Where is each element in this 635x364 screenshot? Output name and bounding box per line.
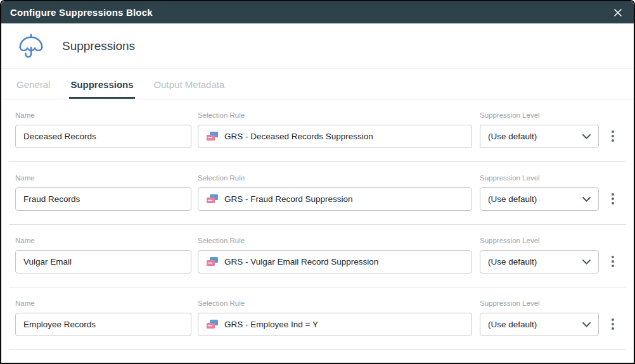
selection-rule-input[interactable]: GRS - Deceased Records Suppression (198, 125, 472, 148)
suppression-level-label: Suppression Level (480, 174, 599, 182)
name-value: Fraud Records (23, 194, 80, 204)
suppression-row: Name Vulgar Email Selection Rule GRS - V… (1, 225, 634, 287)
selection-rule-label: Selection Rule (198, 237, 472, 244)
chevron-down-icon (582, 134, 591, 139)
suppression-level-field-group: Suppression Level (Use default) (480, 174, 599, 211)
suppression-level-select[interactable]: (Use default) (480, 250, 599, 273)
row-menu-button[interactable] (606, 317, 619, 332)
modal-title: Configure Suppressions Block (10, 7, 153, 18)
suppression-level-select[interactable]: (Use default) (480, 187, 599, 211)
row-menu-button[interactable] (606, 191, 619, 206)
kebab-icon (612, 130, 614, 133)
name-label: Name (15, 237, 191, 244)
selection-rule-label: Selection Rule (198, 111, 472, 119)
suppression-level-value: (Use default) (488, 257, 537, 267)
kebab-icon (612, 318, 614, 321)
close-button[interactable] (611, 6, 625, 20)
page-title: Suppressions (62, 39, 135, 53)
selection-rule-field-group: Selection Rule GRS - Deceased Records Su… (198, 111, 472, 148)
selection-rule-value: GRS - Fraud Record Suppression (224, 194, 353, 204)
suppression-level-value: (Use default) (488, 194, 537, 204)
selection-rule-value: GRS - Deceased Records Suppression (224, 132, 373, 141)
name-field-group: Name Vulgar Email (15, 237, 191, 273)
suppression-row: Name Fraud Records Selection Rule GRS - … (1, 162, 634, 224)
selection-rule-value: GRS - Employee Ind = Y (224, 320, 318, 329)
selection-rule-input[interactable]: GRS - Employee Ind = Y (198, 313, 472, 336)
suppression-level-field-group: Suppression Level (Use default) (480, 299, 599, 336)
block-header: Suppressions (1, 23, 634, 69)
suppression-rows: Name Deceased Records Selection Rule GRS… (1, 99, 634, 363)
name-field-group: Name Employee Records (15, 299, 191, 336)
close-icon (613, 8, 622, 17)
name-input[interactable]: Deceased Records (15, 125, 191, 148)
selection-rule-value: GRS - Vulgar Email Record Suppression (224, 257, 378, 267)
suppression-level-value: (Use default) (488, 320, 537, 329)
row-menu-button[interactable] (606, 129, 619, 144)
tab-bar: General Suppressions Output Metadata (1, 69, 634, 99)
name-input[interactable]: Employee Records (15, 313, 191, 336)
selection-rule-label: Selection Rule (198, 299, 472, 307)
name-field-group: Name Deceased Records (15, 111, 191, 148)
name-field-group: Name Fraud Records (15, 174, 191, 211)
selection-rule-field-group: Selection Rule GRS - Employee Ind = Y (198, 299, 472, 336)
name-label: Name (15, 174, 191, 182)
modal-title-bar: Configure Suppressions Block (1, 1, 634, 23)
suppression-level-select[interactable]: (Use default) (480, 313, 599, 336)
name-input[interactable]: Vulgar Email (15, 250, 191, 273)
chevron-down-icon (582, 260, 591, 265)
suppression-row: Name Deceased Records Selection Rule GRS… (1, 99, 634, 161)
selection-rule-label: Selection Rule (198, 174, 472, 182)
rule-cards-icon (206, 131, 219, 142)
name-label: Name (15, 111, 191, 119)
suppression-level-field-group: Suppression Level (Use default) (480, 237, 599, 273)
umbrella-icon (16, 32, 46, 61)
suppression-level-label: Suppression Level (480, 111, 599, 119)
name-value: Deceased Records (23, 132, 96, 141)
tab-suppressions[interactable]: Suppressions (69, 79, 134, 99)
selection-rule-input[interactable]: GRS - Vulgar Email Record Suppression (198, 250, 472, 273)
rule-cards-icon (206, 256, 219, 267)
suppression-level-value: (Use default) (488, 132, 537, 141)
chevron-down-icon (582, 197, 591, 202)
name-input[interactable]: Fraud Records (15, 187, 191, 211)
suppression-level-label: Suppression Level (480, 237, 599, 244)
selection-rule-input[interactable]: GRS - Fraud Record Suppression (198, 187, 472, 211)
selection-rule-field-group: Selection Rule GRS - Fraud Record Suppre… (198, 174, 472, 211)
name-value: Vulgar Email (23, 257, 72, 267)
kebab-icon (612, 256, 614, 258)
name-value: Employee Records (23, 320, 96, 329)
rule-cards-icon (206, 319, 219, 330)
suppression-level-select[interactable]: (Use default) (480, 125, 599, 148)
suppression-level-label: Suppression Level (480, 299, 599, 307)
name-label: Name (15, 299, 191, 307)
rule-cards-icon (206, 194, 219, 204)
suppression-row: Name Employee Records Selection Rule GRS… (1, 287, 634, 349)
tab-general[interactable]: General (15, 79, 51, 99)
configure-suppressions-dialog: Configure Suppressions Block Suppression… (0, 0, 635, 364)
tab-output-metadata[interactable]: Output Metadata (153, 79, 226, 99)
row-divider (9, 349, 626, 350)
kebab-icon (612, 193, 614, 196)
row-menu-button[interactable] (606, 254, 619, 269)
suppression-level-field-group: Suppression Level (Use default) (480, 111, 599, 148)
selection-rule-field-group: Selection Rule GRS - Vulgar Email Record… (198, 237, 472, 273)
chevron-down-icon (582, 322, 591, 327)
